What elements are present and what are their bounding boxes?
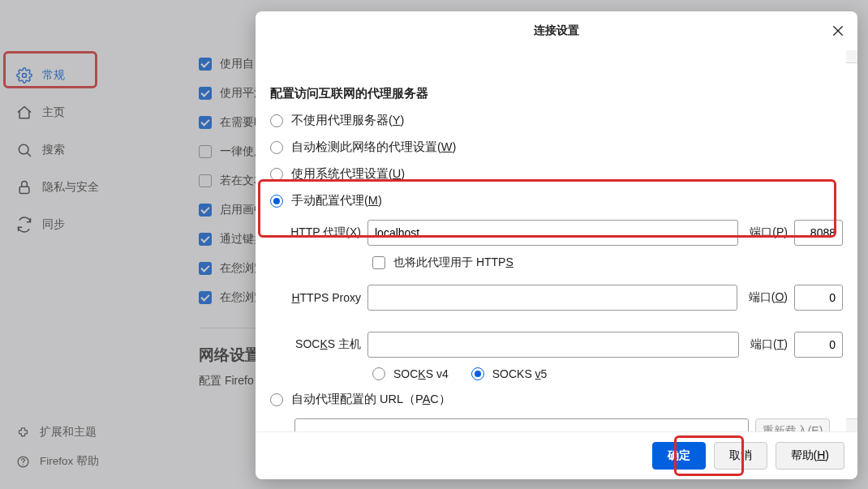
socks-port-label: 端口(T) — [750, 337, 788, 352]
http-proxy-port-input[interactable] — [794, 220, 843, 246]
radio-pac-url[interactable]: 自动代理配置的 URL（PAC） — [270, 392, 843, 407]
radio-icon — [270, 141, 283, 154]
checkbox-icon — [372, 256, 385, 269]
help-button[interactable]: 帮助(H) — [776, 442, 844, 470]
https-proxy-label: HTTPS Proxy — [288, 291, 361, 304]
radio-icon — [270, 195, 283, 208]
http-proxy-host-input[interactable] — [367, 220, 738, 246]
scrollbar-down-icon[interactable] — [846, 418, 857, 431]
radio-socks-v4[interactable] — [372, 367, 385, 380]
reload-button: 重新载入(E) — [755, 418, 830, 431]
proxy-heading: 配置访问互联网的代理服务器 — [270, 86, 843, 101]
dialog-title-bar: 连接设置 — [256, 11, 857, 50]
dialog-title: 连接设置 — [534, 24, 579, 38]
dialog-footer: 确定 取消 帮助(H) — [256, 432, 857, 479]
radio-icon — [270, 114, 283, 127]
socks-host-label: SOCKS 主机 — [288, 337, 361, 352]
radio-no-proxy[interactable]: 不使用代理服务器(Y) — [270, 113, 843, 128]
ok-button[interactable]: 确定 — [652, 442, 706, 470]
manual-proxy-block: HTTP 代理(X) 端口(P) 也将此代理用于 HTTPS HTTPS Pro… — [288, 220, 843, 380]
https-proxy-port-label: 端口(O) — [749, 290, 788, 305]
http-proxy-label: HTTP 代理(X) — [288, 225, 361, 240]
socks-port-input[interactable] — [794, 332, 843, 358]
https-proxy-host-input[interactable] — [367, 285, 737, 311]
close-icon — [831, 24, 845, 38]
socks-v4-label: SOCKS v4 — [393, 367, 449, 380]
radio-auto-detect[interactable]: 自动检测此网络的代理设置(W) — [270, 139, 843, 155]
scrollbar-up-icon[interactable] — [846, 50, 857, 63]
http-proxy-port-label: 端口(P) — [750, 225, 788, 240]
radio-icon — [270, 168, 283, 181]
radio-system-proxy[interactable]: 使用系统代理设置(U) — [270, 166, 843, 182]
socks-v5-label: SOCKS v5 — [492, 367, 548, 380]
cancel-button[interactable]: 取消 — [714, 442, 767, 470]
radio-socks-v5[interactable] — [471, 367, 484, 380]
pac-url-input[interactable] — [294, 418, 749, 431]
radio-icon — [270, 393, 283, 406]
dialog-body[interactable]: 配置访问互联网的代理服务器 不使用代理服务器(Y) 自动检测此网络的代理设置(W… — [256, 50, 857, 431]
close-button[interactable] — [828, 21, 848, 41]
connection-settings-dialog: 连接设置 配置访问互联网的代理服务器 不使用代理服务器(Y) 自动检测此网络的代… — [256, 11, 857, 479]
use-for-https-checkbox[interactable]: 也将此代理用于 HTTPS — [372, 255, 843, 270]
https-proxy-port-input[interactable] — [794, 285, 843, 311]
socks-host-input[interactable] — [367, 332, 739, 358]
radio-manual-proxy[interactable]: 手动配置代理(M) — [270, 193, 843, 208]
